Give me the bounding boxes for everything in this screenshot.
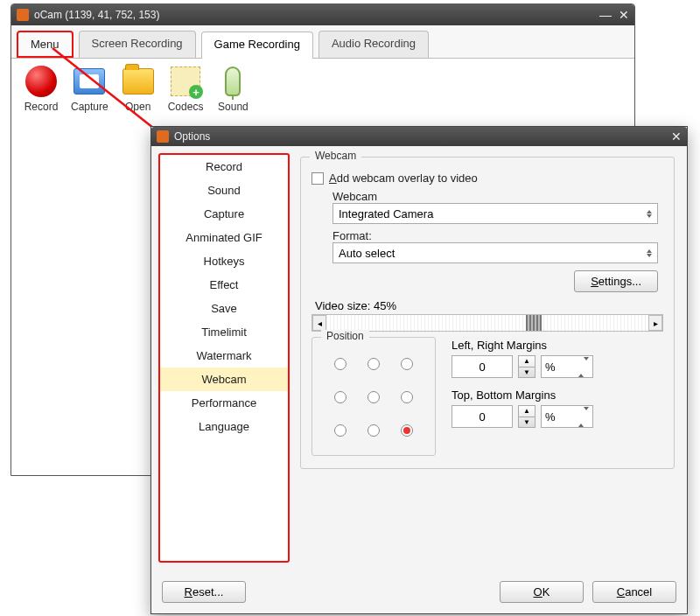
dropdown-caret-icon [647, 249, 652, 257]
sidebar-item-webcam[interactable]: Webcam [160, 368, 288, 391]
position-radio-0[interactable] [334, 358, 346, 370]
slider-track[interactable] [326, 315, 648, 331]
options-titlebar: Options ✕ [151, 127, 687, 146]
folder-icon [122, 68, 154, 94]
sidebar-item-capture[interactable]: Capture [160, 202, 288, 226]
position-radio-3[interactable] [334, 391, 346, 403]
stepper-down-icon[interactable]: ▼ [519, 368, 535, 378]
lr-margin-input[interactable]: 0 [452, 355, 513, 378]
position-radio-1[interactable] [368, 358, 380, 370]
video-size-slider[interactable]: ◂ ▸ [312, 314, 663, 332]
position-radio-4[interactable] [368, 391, 380, 403]
position-radio-2[interactable] [401, 358, 413, 370]
tool-capture[interactable]: Capture [71, 64, 108, 113]
margins-panel: Left, Right Margins 0 ▲▼ % Top, Bottom M… [452, 337, 663, 456]
sidebar-item-hotkeys[interactable]: Hotkeys [160, 249, 288, 273]
webcam-select[interactable]: Integrated Camera [332, 203, 658, 224]
options-footer: Reset... OK Cancel [151, 570, 687, 613]
reset-button[interactable]: Reset... [162, 581, 246, 603]
app-icon [17, 9, 29, 21]
format-select[interactable]: Auto select [332, 242, 658, 263]
position-group-title: Position [321, 330, 369, 342]
sidebar-item-anminated-gif[interactable]: Anminated GIF [160, 226, 288, 249]
main-tabs: Menu Screen Recording Game Recording Aud… [11, 25, 634, 59]
app-icon [157, 130, 169, 143]
webcam-select-value: Integrated Camera [339, 207, 433, 220]
lr-margin-stepper[interactable]: ▲▼ [518, 355, 536, 378]
settings-button[interactable]: Settings... [574, 270, 658, 292]
sidebar-item-timelimit[interactable]: Timelimit [160, 320, 288, 344]
top-bottom-margins-label: Top, Bottom Margins [452, 388, 663, 402]
dropdown-caret-icon [578, 410, 589, 424]
left-right-margins-label: Left, Right Margins [452, 339, 663, 352]
tool-codecs[interactable]: Codecs [168, 64, 204, 113]
tab-menu[interactable]: Menu [17, 31, 74, 58]
record-icon [25, 66, 57, 97]
close-button[interactable]: ✕ [619, 8, 629, 22]
dropdown-caret-icon [647, 210, 652, 218]
minimize-button[interactable]: — [599, 8, 612, 22]
tool-sound[interactable]: Sound [215, 64, 250, 113]
main-titlebar: oCam (1139, 41, 752, 153) — ✕ [11, 4, 634, 25]
tool-open[interactable]: Open [121, 64, 156, 113]
format-select-value: Auto select [339, 247, 395, 260]
options-sidebar: RecordSoundCaptureAnminated GIFHotkeysEf… [158, 153, 290, 563]
sidebar-item-watermark[interactable]: Watermark [160, 344, 288, 368]
sidebar-item-performance[interactable]: Performance [160, 391, 288, 415]
microphone-icon [225, 66, 241, 96]
tab-audio-recording[interactable]: Audio Recording [318, 31, 429, 58]
sidebar-item-language[interactable]: Language [160, 415, 288, 438]
position-radio-7[interactable] [368, 424, 380, 437]
capture-icon [74, 68, 105, 94]
ok-button[interactable]: OK [500, 581, 584, 603]
tb-margin-input[interactable]: 0 [452, 405, 513, 428]
sidebar-item-save[interactable]: Save [160, 297, 288, 320]
codec-icon [171, 66, 200, 96]
tab-game-recording[interactable]: Game Recording [201, 32, 313, 59]
main-title: oCam (1139, 41, 752, 153) [34, 9, 599, 21]
cancel-button[interactable]: Cancel [592, 581, 676, 603]
webcam-group: Webcam Add webcam overlay to video Webca… [300, 157, 675, 469]
slider-left-button[interactable]: ◂ [312, 315, 326, 331]
tb-margin-stepper[interactable]: ▲▼ [518, 405, 536, 428]
tb-unit-select[interactable]: % [541, 405, 593, 428]
position-group: Position [312, 337, 436, 456]
stepper-up-icon[interactable]: ▲ [519, 356, 535, 368]
position-radio-5[interactable] [401, 391, 413, 403]
format-label: Format: [332, 229, 663, 242]
position-radio-8[interactable] [401, 424, 413, 437]
webcam-group-title: Webcam [310, 150, 361, 162]
dropdown-caret-icon [578, 360, 589, 374]
tool-record[interactable]: Record [24, 64, 59, 113]
stepper-down-icon[interactable]: ▼ [519, 417, 535, 428]
tab-screen-recording[interactable]: Screen Recording [79, 31, 196, 58]
add-overlay-label: Add webcam overlay to video [329, 172, 478, 185]
options-dialog: Options ✕ RecordSoundCaptureAnminated GI… [150, 126, 688, 614]
sidebar-item-sound[interactable]: Sound [160, 178, 288, 202]
slider-thumb[interactable] [526, 315, 542, 331]
add-overlay-checkbox[interactable] [312, 172, 324, 185]
toolbar: Record Capture Open Codecs Sound [11, 59, 634, 122]
lr-unit-select[interactable]: % [541, 355, 593, 378]
slider-right-button[interactable]: ▸ [648, 315, 662, 331]
webcam-label: Webcam [332, 190, 663, 203]
options-title: Options [174, 130, 671, 143]
sidebar-item-record[interactable]: Record [160, 155, 288, 178]
options-content: Webcam Add webcam overlay to video Webca… [295, 153, 680, 563]
stepper-up-icon[interactable]: ▲ [519, 406, 535, 417]
sidebar-item-effect[interactable]: Effect [160, 273, 288, 297]
options-close-button[interactable]: ✕ [671, 130, 682, 144]
position-radio-6[interactable] [334, 424, 346, 437]
video-size-label: Video size: 45% [315, 299, 663, 312]
